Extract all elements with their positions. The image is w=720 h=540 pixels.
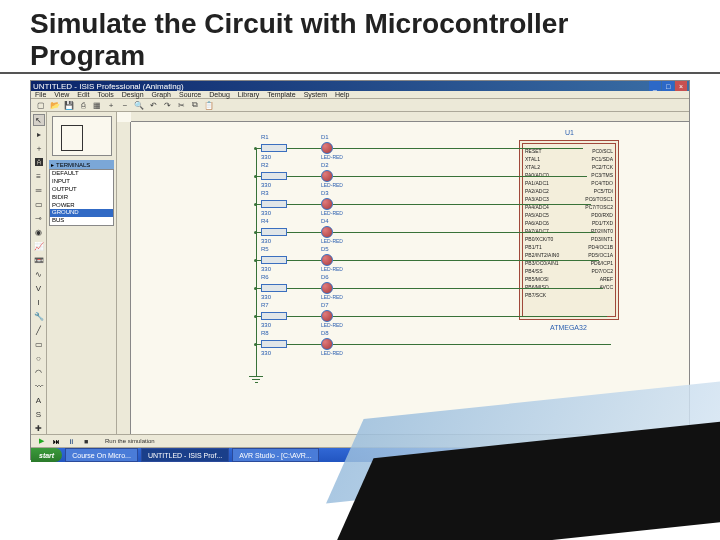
list-item[interactable]: BUS (50, 217, 113, 225)
copy-icon[interactable]: ⧉ (189, 99, 201, 111)
list-item[interactable]: POWER (50, 202, 113, 210)
terminals-list: DEFAULT INPUT OUTPUT BIDIR POWER GROUND … (49, 169, 114, 226)
taskbar-task[interactable]: Course On Micro... (65, 448, 138, 462)
probe-v-tool-icon[interactable]: V (33, 282, 45, 294)
resistor-component[interactable] (261, 228, 287, 236)
instrument-tool-icon[interactable]: 🔧 (33, 310, 45, 322)
list-item[interactable]: INPUT (50, 178, 113, 186)
box-tool-icon[interactable]: ▭ (33, 338, 45, 350)
menu-design[interactable]: Design (122, 91, 144, 98)
menu-view[interactable]: View (54, 91, 69, 98)
wire (333, 316, 607, 317)
zoom-out-icon[interactable]: − (119, 99, 131, 111)
line-tool-icon[interactable]: ╱ (33, 324, 45, 336)
menu-graph[interactable]: Graph (152, 91, 171, 98)
led-component[interactable] (321, 254, 333, 266)
led-component[interactable] (321, 226, 333, 238)
led-component[interactable] (321, 170, 333, 182)
stop-button[interactable]: ■ (80, 435, 92, 447)
resistor-component[interactable] (261, 340, 287, 348)
circuit-row: R8 330 D8 LED-RED (261, 336, 521, 356)
new-icon[interactable]: ▢ (35, 99, 47, 111)
resistor-designator: R5 (261, 246, 269, 252)
led-component[interactable] (321, 338, 333, 350)
minimize-button[interactable]: _ (649, 81, 661, 91)
panel-header[interactable]: ▸ TERMINALS (49, 160, 114, 169)
selection-tool-icon[interactable]: ↖ (33, 114, 45, 126)
step-button[interactable]: ⏭ (50, 435, 62, 447)
cut-icon[interactable]: ✂ (175, 99, 187, 111)
led-component[interactable] (321, 142, 333, 154)
circuit-row: R6 330 D6 LED-RED (261, 280, 521, 300)
grid-icon[interactable]: ▦ (91, 99, 103, 111)
play-button[interactable]: ▶ (35, 435, 47, 447)
terminal-tool-icon[interactable]: ⊸ (33, 212, 45, 224)
list-item[interactable]: BIDIR (50, 194, 113, 202)
undo-icon[interactable]: ↶ (147, 99, 159, 111)
menu-template[interactable]: Template (267, 91, 295, 98)
resistor-component[interactable] (261, 256, 287, 264)
taskbar-task-active[interactable]: UNTITLED - ISIS Prof... (141, 448, 229, 462)
circuit-row: R2 330 D2 LED-RED (261, 168, 521, 188)
microcontroller-chip[interactable]: U1 ATMEGA32 RESETXTAL1XTAL2PA0/ADC0PA1/A… (519, 140, 619, 320)
junction-tool-icon[interactable]: ＋ (33, 142, 45, 154)
marker-tool-icon[interactable]: ✚ (33, 422, 45, 434)
subcircuit-tool-icon[interactable]: ▭ (33, 198, 45, 210)
zoom-fit-icon[interactable]: 🔍 (133, 99, 145, 111)
pin-tool-icon[interactable]: ◉ (33, 226, 45, 238)
menu-debug[interactable]: Debug (209, 91, 230, 98)
text2d-tool-icon[interactable]: A (33, 394, 45, 406)
arc-tool-icon[interactable]: ◠ (33, 366, 45, 378)
led-component[interactable] (321, 310, 333, 322)
resistor-component[interactable] (261, 172, 287, 180)
menu-source[interactable]: Source (179, 91, 201, 98)
path-tool-icon[interactable]: 〰 (33, 380, 45, 392)
menu-tools[interactable]: Tools (97, 91, 113, 98)
resistor-component[interactable] (261, 312, 287, 320)
pause-button[interactable]: ⏸ (65, 435, 77, 447)
resistor-designator: R1 (261, 134, 269, 140)
label-tool-icon[interactable]: 🅰 (33, 156, 45, 168)
maximize-button[interactable]: □ (662, 81, 674, 91)
ground-symbol[interactable] (249, 376, 263, 383)
graph-tool-icon[interactable]: 📈 (33, 240, 45, 252)
resistor-component[interactable] (261, 284, 287, 292)
start-button[interactable]: start (31, 448, 62, 462)
generator-tool-icon[interactable]: ∿ (33, 268, 45, 280)
chip-pins-left: RESETXTAL1XTAL2PA0/ADC0PA1/ADC1PA2/ADC2P… (525, 147, 559, 299)
list-item[interactable]: OUTPUT (50, 186, 113, 194)
taskbar-task[interactable]: AVR Studio - [C:\AVR... (232, 448, 319, 462)
wire (333, 260, 599, 261)
resistor-value: 330 (261, 154, 271, 160)
menu-library[interactable]: Library (238, 91, 259, 98)
close-button[interactable]: × (675, 81, 687, 91)
bus-tool-icon[interactable]: ═ (33, 184, 45, 196)
symbol-tool-icon[interactable]: S (33, 408, 45, 420)
text-tool-icon[interactable]: ≡ (33, 170, 45, 182)
save-icon[interactable]: 💾 (63, 99, 75, 111)
component-tool-icon[interactable]: ▸ (33, 128, 45, 140)
wire (287, 148, 321, 149)
probe-i-tool-icon[interactable]: I (33, 296, 45, 308)
circle-tool-icon[interactable]: ○ (33, 352, 45, 364)
print-icon[interactable]: ⎙ (77, 99, 89, 111)
schematic-canvas[interactable]: U1 ATMEGA32 RESETXTAL1XTAL2PA0/ADC0PA1/A… (117, 112, 689, 434)
horizontal-ruler (131, 112, 689, 122)
list-item-selected[interactable]: GROUND (50, 209, 113, 217)
menu-file[interactable]: File (35, 91, 46, 98)
tape-tool-icon[interactable]: 📼 (33, 254, 45, 266)
redo-icon[interactable]: ↷ (161, 99, 173, 111)
menu-help[interactable]: Help (335, 91, 349, 98)
led-component[interactable] (321, 198, 333, 210)
led-component[interactable] (321, 282, 333, 294)
resistor-component[interactable] (261, 200, 287, 208)
resistor-component[interactable] (261, 144, 287, 152)
panel-header-label: TERMINALS (56, 162, 90, 168)
open-icon[interactable]: 📂 (49, 99, 61, 111)
menu-edit[interactable]: Edit (77, 91, 89, 98)
zoom-in-icon[interactable]: + (105, 99, 117, 111)
menu-system[interactable]: System (304, 91, 327, 98)
wire (333, 204, 591, 205)
list-item[interactable]: DEFAULT (50, 170, 113, 178)
paste-icon[interactable]: 📋 (203, 99, 215, 111)
